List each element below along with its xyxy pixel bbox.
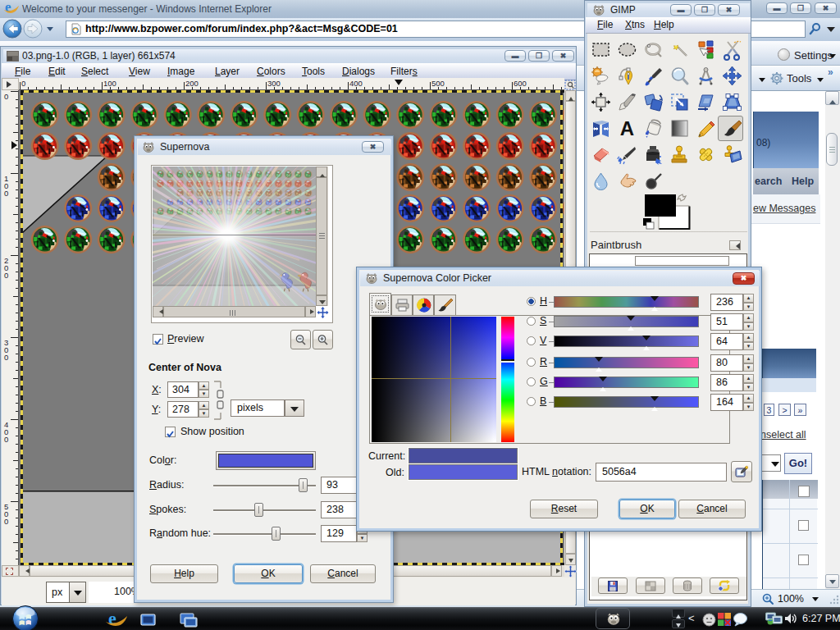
- svg-text:A: A: [620, 117, 634, 139]
